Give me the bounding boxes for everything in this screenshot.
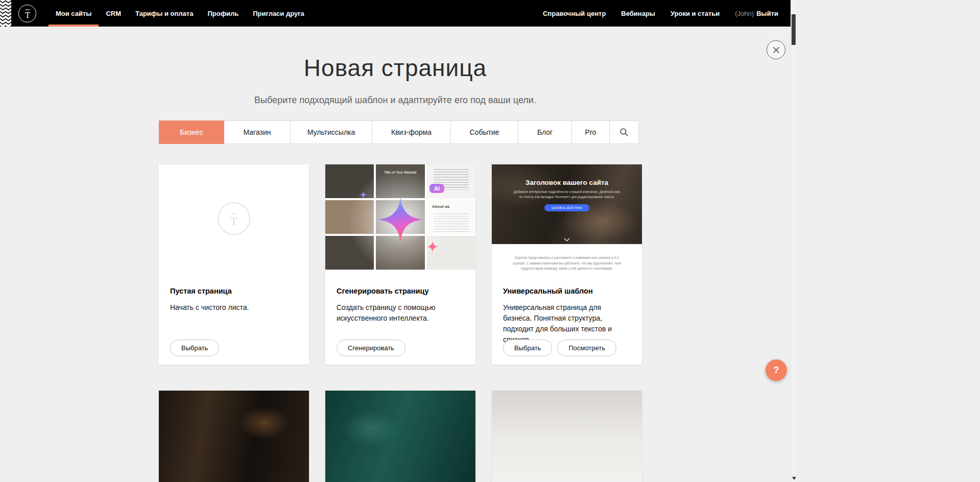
card-body: Сгенерировать страницу Создать страницу … — [325, 273, 475, 365]
ai-generate-preview[interactable]: Title of Your Website About us — [325, 164, 475, 273]
ai-sparkle-icon — [378, 197, 423, 242]
nav-crm[interactable]: CRM — [99, 0, 128, 27]
card-description: Универсальная страница для бизнеса. Поня… — [503, 302, 631, 345]
template-body-text: Коротко представьтесь и расскажите о ком… — [509, 255, 625, 273]
card-generate-page: Title of Your Website About us — [325, 164, 475, 365]
card-universal-template: Заголовок вашего сайта Добавьте интересн… — [492, 164, 642, 365]
card-title: Универсальный шаблон — [503, 287, 631, 295]
page-title: Новая страница — [0, 54, 791, 82]
tab-business[interactable]: Бизнес — [159, 120, 224, 144]
chevron-down-icon — [564, 238, 570, 242]
view-template-button[interactable]: Посмотреть — [557, 340, 616, 356]
logout-link[interactable]: (John)Выйти — [735, 10, 778, 17]
ai-sparkle-small-icon — [427, 241, 438, 252]
user-name: (John) — [735, 10, 754, 17]
tab-event[interactable]: Событие — [450, 120, 518, 144]
main-menu: Мои сайты CRM Тарифы и оплата Профиль Пр… — [49, 0, 312, 27]
tilda-logo-icon: ~ T — [21, 7, 34, 20]
app-screen: ~ T Мои сайты CRM Тарифы и оплата Профил… — [0, 0, 980, 482]
tab-shop[interactable]: Магазин — [224, 120, 291, 144]
teal-template-preview[interactable] — [325, 391, 475, 482]
template-category-tabs: Бизнес Магазин Мультиссылка Квиз-форма С… — [159, 120, 639, 144]
card-blank-page: ~ T Пустая страница Начать с чистого лис… — [159, 164, 309, 365]
template-hero-heading: Заголовок вашего сайта — [492, 179, 642, 186]
help-button[interactable]: ? — [766, 359, 787, 381]
svg-text:T: T — [25, 11, 30, 20]
nav-help-center[interactable]: Справочный центр — [543, 10, 606, 17]
tab-multilink[interactable]: Мультиссылка — [290, 120, 372, 144]
scrollbar-thumb[interactable] — [792, 14, 796, 45]
nav-webinars[interactable]: Вебинары — [621, 10, 655, 17]
ai-sparkle-small-icon — [360, 191, 367, 199]
tab-blog[interactable]: Блог — [518, 120, 572, 144]
tab-quiz-form[interactable]: Квиз-форма — [372, 120, 451, 144]
ai-overlay: AI — [325, 164, 475, 273]
card-actions: Сгенерировать — [337, 340, 405, 356]
card-description: Создать страницу с помощью искусственног… — [337, 302, 464, 324]
template-body-preview: Коротко представьтесь и расскажите о ком… — [492, 244, 642, 273]
ai-badge: AI — [429, 184, 444, 193]
tab-search[interactable] — [609, 120, 639, 144]
ai-sparkle-group: AI — [378, 197, 423, 242]
template-hero-preview: Заголовок вашего сайта Добавьте интересн… — [492, 164, 642, 244]
tab-pro[interactable]: Pro — [571, 120, 610, 144]
light-template-preview[interactable] — [492, 391, 642, 482]
template-hero-subheading: Добавьте интересные подробности о вашей … — [513, 189, 621, 200]
card-title: Пустая страница — [170, 287, 298, 295]
template-cta-button: ЦЕЛЕВОЕ ДЕЙСТВИЕ — [544, 204, 590, 211]
card-body: Универсальный шаблон Универсальная стран… — [492, 273, 642, 365]
template-preview-image — [159, 391, 309, 482]
card-body: Пустая страница Начать с чистого листа. … — [159, 273, 309, 365]
card-template-partial — [159, 391, 309, 482]
generate-button[interactable]: Сгенерировать — [337, 340, 405, 356]
dark-interior-template-preview[interactable] — [159, 391, 309, 482]
search-icon — [619, 128, 629, 137]
choose-template-button[interactable]: Выбрать — [503, 340, 552, 356]
tilda-zigzag-decoration — [0, 0, 11, 27]
scrollbar-down-arrow[interactable] — [791, 475, 797, 481]
template-preview-image — [325, 391, 475, 482]
svg-text:T: T — [230, 215, 237, 228]
card-template-partial — [492, 391, 642, 482]
card-actions: Выбрать — [170, 340, 219, 356]
template-preview-image — [492, 391, 642, 482]
new-page-dialog: Новая страница Выберите подходящий шабло… — [0, 27, 791, 482]
tilda-watermark-icon: ~ T — [218, 202, 250, 235]
blank-page-preview[interactable]: ~ T — [159, 164, 309, 273]
nav-my-sites[interactable]: Мои сайты — [49, 0, 99, 27]
tilda-logo[interactable]: ~ T — [18, 5, 36, 22]
scrollbar-track[interactable] — [791, 0, 796, 482]
logout-label: Выйти — [756, 10, 778, 17]
card-description: Начать с чистого листа. — [170, 302, 298, 313]
template-cards-row-1: ~ T Пустая страница Начать с чистого лис… — [159, 164, 642, 365]
template-cards-row-2 — [159, 391, 642, 482]
choose-blank-button[interactable]: Выбрать — [170, 340, 219, 356]
card-actions: Выбрать Посмотреть — [503, 340, 616, 356]
nav-profile[interactable]: Профиль — [200, 0, 246, 27]
nav-lessons-articles[interactable]: Уроки и статьи — [671, 10, 720, 17]
top-navbar: ~ T Мои сайты CRM Тарифы и оплата Профил… — [0, 0, 791, 27]
nav-invite-friend[interactable]: Пригласи друга — [246, 0, 312, 27]
close-icon — [773, 46, 780, 54]
nav-plans-payment[interactable]: Тарифы и оплата — [128, 0, 200, 27]
card-title: Сгенерировать страницу — [337, 287, 464, 295]
page-subtitle: Выберите подходящий шаблон и адаптируйте… — [0, 95, 791, 106]
universal-template-preview[interactable]: Заголовок вашего сайта Добавьте интересн… — [492, 164, 642, 273]
card-template-partial — [325, 391, 475, 482]
secondary-menu: Справочный центр Вебинары Уроки и статьи… — [543, 10, 778, 17]
